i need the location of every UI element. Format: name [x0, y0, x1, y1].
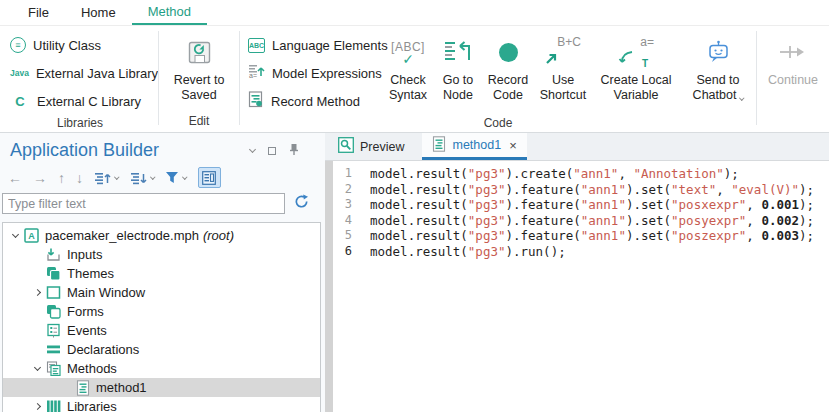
expand-list-icon: [94, 171, 111, 185]
edit-group-label: Edit: [159, 113, 239, 132]
menu-method[interactable]: Method: [132, 0, 207, 25]
continue-label: Continue: [768, 73, 818, 88]
method-editor: Preview method1 × 123456 mode: [325, 133, 829, 412]
record-code-button[interactable]: Record Code: [482, 26, 534, 115]
ribbon: ≡ Utility Class Java External Java Libra…: [0, 26, 829, 133]
expand-levels-button[interactable]: [94, 171, 119, 185]
external-java-library-button[interactable]: Java External Java Library: [2, 59, 158, 87]
collapse-levels-button[interactable]: [130, 171, 155, 185]
use-shortcut-label: Use Shortcut: [534, 73, 592, 103]
line-numbers: 123456: [333, 161, 357, 412]
use-shortcut-button[interactable]: B+C Use Shortcut: [534, 26, 592, 115]
check-syntax-button[interactable]: [ABC] ✓ Check Syntax: [382, 26, 434, 115]
language-elements-icon: ABC: [248, 38, 265, 53]
utility-class-button[interactable]: ≡ Utility Class: [2, 31, 158, 59]
preview-icon: [338, 137, 354, 156]
tree-item-main-window[interactable]: Main Window: [3, 283, 320, 302]
tree-item-declarations[interactable]: Declarations: [3, 340, 320, 359]
refresh-icon[interactable]: [294, 194, 309, 213]
method-doc-icon: [432, 136, 446, 155]
c-icon: C: [10, 94, 30, 109]
record-code-icon: [499, 43, 518, 62]
external-c-library-button[interactable]: C External C Library: [2, 87, 158, 115]
menu-home[interactable]: Home: [65, 0, 132, 25]
chevron-collapsed-icon[interactable]: [33, 403, 40, 410]
themes-icon: [45, 266, 62, 281]
code-line: model.result("pg3").create("ann1", "Anno…: [370, 166, 814, 182]
chevron-collapsed-icon[interactable]: [33, 289, 40, 296]
pin-icon[interactable]: [289, 142, 299, 160]
line-number: 1: [333, 166, 352, 182]
forward-icon[interactable]: →: [33, 171, 47, 185]
tab-preview-label: Preview: [360, 140, 404, 154]
filter-input[interactable]: [2, 193, 285, 214]
svg-text:a=: a=: [249, 72, 257, 79]
send-to-chatbot-button[interactable]: Send to Chatbot: [680, 26, 756, 115]
record-method-button[interactable]: Record Method: [240, 87, 382, 115]
tab-preview[interactable]: Preview: [328, 133, 414, 160]
tree-item-label: Themes: [67, 266, 114, 281]
close-icon[interactable]: ×: [509, 138, 517, 153]
chevron-expanded-icon[interactable]: [11, 231, 18, 238]
back-icon[interactable]: ←: [8, 171, 22, 185]
declarations-icon: [45, 342, 62, 357]
chevron-down-icon: [182, 174, 187, 179]
filter-button[interactable]: [165, 171, 187, 184]
go-to-node-button[interactable]: Go to Node: [434, 26, 482, 115]
line-number: 6: [333, 244, 352, 260]
chevron-down-icon: [114, 174, 119, 179]
code-editor-area[interactable]: 123456 model.result("pg3").create("ann1"…: [325, 161, 829, 412]
code-lines: model.result("pg3").create("ann1", "Anno…: [357, 161, 814, 412]
application-root-icon: A: [23, 228, 40, 243]
code-group-label: Code: [240, 115, 756, 134]
tree-item-methods[interactable]: Methods: [3, 359, 320, 378]
tree-item-inputs[interactable]: Inputs: [3, 245, 320, 264]
tree-item-method1[interactable]: method1: [3, 378, 320, 397]
events-icon: [45, 323, 62, 338]
svg-text:A: A: [28, 231, 35, 241]
tree-root-suffix: (root): [203, 228, 234, 243]
revert-to-saved-icon: [186, 31, 213, 73]
panel-title: Application Builder: [10, 140, 250, 161]
code-line: model.result("pg3").feature("ann1").set(…: [370, 228, 814, 244]
language-elements-button[interactable]: ABC Language Elements: [240, 31, 382, 59]
continue-button[interactable]: Continue: [757, 26, 829, 132]
menu-file[interactable]: File: [12, 0, 65, 25]
go-to-node-label: Go to Node: [434, 73, 482, 103]
tree-item-themes[interactable]: Themes: [3, 264, 320, 283]
chevron-expanded-icon[interactable]: [33, 364, 40, 371]
code-line: model.result("pg3").run();: [370, 244, 814, 260]
code-line: model.result("pg3").feature("ann1").set(…: [370, 182, 814, 198]
code-line: model.result("pg3").feature("ann1").set(…: [370, 213, 814, 229]
ribbon-group-libraries: ≡ Utility Class Java External Java Libra…: [2, 26, 158, 132]
revert-to-saved-button[interactable]: Revert to Saved: [159, 26, 239, 113]
create-local-variable-icon: a= T: [616, 31, 656, 73]
external-c-label: External C Library: [37, 94, 141, 109]
tree-item-forms[interactable]: Forms: [3, 302, 320, 321]
create-local-variable-label: Create Local Variable: [594, 73, 678, 103]
application-tree: A pacemaker_electrode.mph (root) Inputs: [2, 222, 321, 412]
tree-item-label: pacemaker_electrode.mph: [45, 228, 199, 243]
move-down-icon[interactable]: ↓: [76, 171, 83, 185]
code-line: model.result("pg3").feature("ann1").set(…: [370, 197, 814, 213]
forms-icon: [45, 304, 62, 319]
tree-item-events[interactable]: Events: [3, 321, 320, 340]
tab-method1[interactable]: method1 ×: [422, 133, 526, 160]
ribbon-group-code: ABC Language Elements a= Model Expressio: [240, 26, 756, 132]
revert-to-saved-label: Revert to Saved: [169, 73, 229, 103]
tree-item-root[interactable]: A pacemaker_electrode.mph (root): [3, 226, 320, 245]
tree-item-label: method1: [96, 380, 147, 395]
create-local-variable-button[interactable]: a= T Create Local Variable: [592, 26, 680, 115]
editor-tools-icon: [202, 171, 216, 185]
panel-menu-chevron-icon[interactable]: [249, 146, 256, 153]
methods-icon: [45, 361, 62, 376]
move-up-icon[interactable]: ↑: [58, 171, 65, 185]
show-editor-tools-toggle[interactable]: [198, 167, 221, 188]
ribbon-group-edit: Revert to Saved Edit: [159, 26, 239, 132]
line-number: 2: [333, 182, 352, 198]
line-number: 3: [333, 197, 352, 213]
float-window-icon[interactable]: [268, 147, 276, 155]
chatbot-icon: [705, 31, 732, 73]
tree-item-libraries[interactable]: Libraries: [3, 397, 320, 412]
model-expressions-button[interactable]: a= Model Expressions: [240, 59, 382, 87]
